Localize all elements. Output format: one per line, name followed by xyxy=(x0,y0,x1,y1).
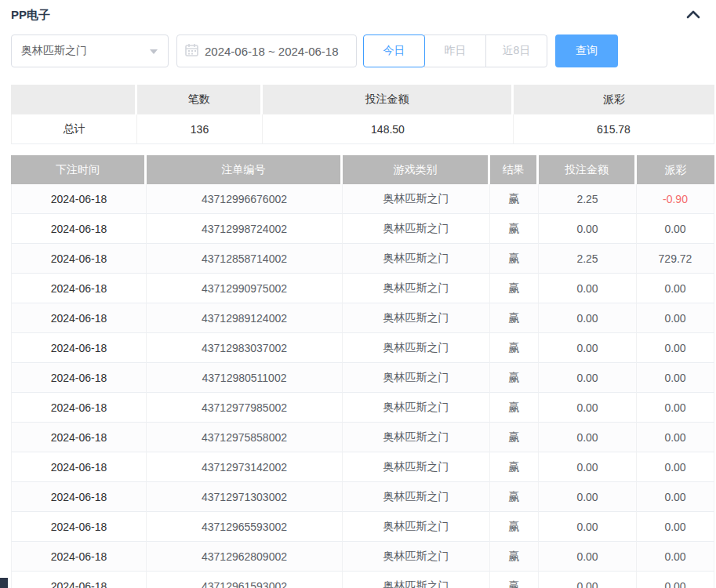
summary-total-count: 136 xyxy=(137,114,263,144)
summary-total-label: 总计 xyxy=(11,114,137,144)
panel-header: PP电子 xyxy=(11,0,705,24)
table-row: 2024-06-1843712983037002奥林匹斯之门赢0.000.00 xyxy=(11,333,714,363)
table-row: 2024-06-1843712973142002奥林匹斯之门赢0.000.00 xyxy=(11,452,714,482)
cell-time: 2024-06-18 xyxy=(11,214,147,244)
cell-game: 奥林匹斯之门 xyxy=(343,423,490,452)
table-header-row: 下注时间 注单编号 游戏类别 结果 投注金额 派彩 xyxy=(11,155,714,184)
filter-bar: 奥林匹斯之门 2024-06-18 ~ 2024-06-18 今日昨日近8日 查… xyxy=(11,34,705,67)
cell-payout: 0.00 xyxy=(637,512,714,542)
cell-id: 43712980511002 xyxy=(147,363,343,393)
collapse-button[interactable] xyxy=(683,8,703,23)
quick-button-group: 今日昨日近8日 xyxy=(363,34,547,67)
col-result: 结果 xyxy=(490,155,539,184)
cell-bet: 0.00 xyxy=(539,303,637,333)
table-row: 2024-06-1843712965593002奥林匹斯之门赢0.000.00 xyxy=(11,512,714,542)
game-select[interactable]: 奥林匹斯之门 xyxy=(11,34,169,67)
panel-pp-electronic: PP电子 奥林匹斯之门 xyxy=(0,0,716,588)
cell-bet: 0.00 xyxy=(539,452,637,482)
cell-id: 43712990975002 xyxy=(147,274,343,303)
cell-bet: 0.00 xyxy=(539,572,637,588)
cell-result: 赢 xyxy=(490,482,539,512)
table-row: 2024-06-1843712858714002奥林匹斯之门赢2.25729.7… xyxy=(11,244,714,274)
cell-game: 奥林匹斯之门 xyxy=(343,184,490,214)
cell-payout: 0.00 xyxy=(637,542,714,572)
cell-payout: 0.00 xyxy=(637,274,714,303)
query-button[interactable]: 查询 xyxy=(555,34,618,67)
cell-result: 赢 xyxy=(490,393,539,423)
cell-result: 赢 xyxy=(490,363,539,393)
cell-payout: -0.90 xyxy=(637,184,714,214)
cell-bet: 0.00 xyxy=(539,512,637,542)
cell-result: 赢 xyxy=(490,452,539,482)
cell-bet: 0.00 xyxy=(539,393,637,423)
cell-game: 奥林匹斯之门 xyxy=(343,214,490,244)
cell-id: 43712975858002 xyxy=(147,423,343,452)
cell-time: 2024-06-18 xyxy=(11,572,147,588)
cell-game: 奥林匹斯之门 xyxy=(343,512,490,542)
cell-payout: 0.00 xyxy=(637,333,714,363)
chevron-up-icon xyxy=(686,9,700,21)
summary-header-row: 笔数 投注金额 派彩 xyxy=(11,85,714,114)
chevron-down-icon xyxy=(149,45,158,57)
cell-id: 43712977985002 xyxy=(147,393,343,423)
summary-col-count: 笔数 xyxy=(137,85,263,114)
col-payout: 派彩 xyxy=(637,155,714,184)
cell-time: 2024-06-18 xyxy=(11,423,147,452)
cell-bet: 0.00 xyxy=(539,482,637,512)
cell-bet: 0.00 xyxy=(539,423,637,452)
cell-time: 2024-06-18 xyxy=(11,274,147,303)
summary-total-payout: 615.78 xyxy=(514,114,714,144)
cell-time: 2024-06-18 xyxy=(11,542,147,572)
quick-button-yesterday[interactable]: 昨日 xyxy=(424,34,486,67)
cell-time: 2024-06-18 xyxy=(11,512,147,542)
cell-result: 赢 xyxy=(490,423,539,452)
summary-table: 笔数 投注金额 派彩 总计 136 148.50 615.78 xyxy=(11,85,714,144)
table-row: 2024-06-1843712961593002奥林匹斯之门赢0.000.00 xyxy=(11,572,714,588)
col-bet-time: 下注时间 xyxy=(11,155,147,184)
cell-result: 赢 xyxy=(490,512,539,542)
cell-bet: 2.25 xyxy=(539,184,637,214)
cell-payout: 0.00 xyxy=(637,572,714,588)
cell-game: 奥林匹斯之门 xyxy=(343,452,490,482)
table-row: 2024-06-1843712998724002奥林匹斯之门赢0.000.00 xyxy=(11,214,714,244)
col-game-type: 游戏类别 xyxy=(343,155,490,184)
cell-game: 奥林匹斯之门 xyxy=(343,303,490,333)
cell-game: 奥林匹斯之门 xyxy=(343,482,490,512)
cell-result: 赢 xyxy=(490,244,539,274)
cell-id: 43712989124002 xyxy=(147,303,343,333)
cell-payout: 0.00 xyxy=(637,452,714,482)
table-row: 2024-06-1843712989124002奥林匹斯之门赢0.000.00 xyxy=(11,303,714,333)
page-title: PP电子 xyxy=(11,8,50,23)
bet-records-table: 下注时间 注单编号 游戏类别 结果 投注金额 派彩 2024-06-184371… xyxy=(11,155,714,588)
summary-total-row: 总计 136 148.50 615.78 xyxy=(11,114,714,144)
cell-game: 奥林匹斯之门 xyxy=(343,244,490,274)
cell-id: 43712983037002 xyxy=(147,333,343,363)
cell-game: 奥林匹斯之门 xyxy=(343,333,490,363)
bottom-left-dark-fragment xyxy=(0,578,8,588)
summary-col-blank xyxy=(11,85,137,114)
cell-payout: 0.00 xyxy=(637,363,714,393)
cell-payout: 0.00 xyxy=(637,303,714,333)
summary-total-bet-amount: 148.50 xyxy=(263,114,514,144)
table-row: 2024-06-1843712975858002奥林匹斯之门赢0.000.00 xyxy=(11,423,714,452)
cell-result: 赢 xyxy=(490,572,539,588)
summary-col-payout: 派彩 xyxy=(514,85,714,114)
table-row: 2024-06-1843712980511002奥林匹斯之门赢0.000.00 xyxy=(11,363,714,393)
cell-bet: 2.25 xyxy=(539,244,637,274)
cell-bet: 0.00 xyxy=(539,274,637,303)
cell-id: 43712973142002 xyxy=(147,452,343,482)
cell-time: 2024-06-18 xyxy=(11,452,147,482)
date-range-input[interactable]: 2024-06-18 ~ 2024-06-18 xyxy=(176,34,357,67)
cell-payout: 729.72 xyxy=(637,244,714,274)
cell-id: 43712996676002 xyxy=(147,184,343,214)
cell-id: 43712858714002 xyxy=(147,244,343,274)
table-row: 2024-06-1843712977985002奥林匹斯之门赢0.000.00 xyxy=(11,393,714,423)
cell-time: 2024-06-18 xyxy=(11,303,147,333)
quick-button-today[interactable]: 今日 xyxy=(363,34,425,67)
col-bet-id: 注单编号 xyxy=(147,155,343,184)
quick-button-last-8-days[interactable]: 近8日 xyxy=(485,34,547,67)
cell-id: 43712961593002 xyxy=(147,572,343,588)
date-range-value: 2024-06-18 ~ 2024-06-18 xyxy=(205,45,339,58)
cell-game: 奥林匹斯之门 xyxy=(343,572,490,588)
cell-time: 2024-06-18 xyxy=(11,333,147,363)
